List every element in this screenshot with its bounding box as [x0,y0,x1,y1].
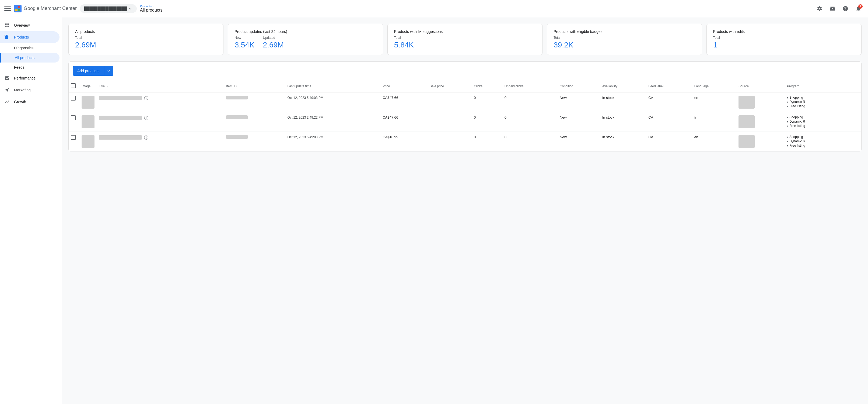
program-item[interactable]: ▾Free listing [787,104,859,108]
program-item[interactable]: ▾Free listing [787,144,859,147]
row-unpaid-clicks-cell: 0 [502,132,558,151]
sidebar-label-feeds: Feeds [14,65,25,69]
header-feed-label: Feed label [646,80,692,92]
grid-icon [4,23,10,28]
notification-badge: 4 [858,4,863,9]
breadcrumb-current: All products [140,8,163,13]
row-availability-cell: In stock [600,92,646,112]
info-icon[interactable]: ⓘ [144,96,148,101]
stat-value-edits: 1 [713,41,855,49]
sidebar-item-products[interactable]: Products [0,31,60,43]
row-feed-label-cell: CA [646,112,692,132]
main-content: All products Total 2.69M Product updates… [62,17,868,404]
row-language-cell: en [692,92,736,112]
chevron-icon: ▾ [787,144,788,147]
item-id-placeholder [226,135,248,139]
program-item[interactable]: ▾Shopping [787,115,859,119]
stat-card-edits: Products with edits Total 1 [707,24,862,55]
program-item[interactable]: ▾Dynamic R [787,100,859,104]
sidebar-item-performance[interactable]: Performance [0,72,60,84]
row-title-cell: ⓘ [97,112,224,132]
product-image [82,96,94,109]
growth-icon [4,99,10,105]
product-source-image [739,115,755,128]
breadcrumb-parent[interactable]: Products [140,5,152,8]
sort-icon: ↑ [107,85,108,88]
sidebar-subitem-feeds[interactable]: Feeds [0,62,60,72]
sidebar-label-growth: Growth [14,100,26,104]
header-last-update: Last update time [285,80,381,92]
sidebar-item-marketing[interactable]: Marketing [0,84,60,96]
program-item[interactable]: ▾Shopping [787,135,859,139]
row-checkbox[interactable] [71,96,76,100]
row-clicks-cell: 0 [472,112,502,132]
info-icon[interactable]: ⓘ [144,115,148,121]
sidebar-label-marketing: Marketing [14,88,30,92]
product-image [82,135,94,148]
sidebar-subitem-diagnostics[interactable]: Diagnostics [0,43,60,53]
chevron-icon: ▾ [787,105,788,108]
notifications-icon[interactable]: 4 [853,3,864,14]
stat-label-fix: Total [394,36,536,39]
header-availability: Availability [600,80,646,92]
settings-icon[interactable] [814,3,825,14]
info-icon[interactable]: ⓘ [144,135,148,141]
topbar: Google Merchant Center ████████████████ … [0,0,868,17]
header-condition: Condition [558,80,600,92]
row-sale-price-cell [428,92,472,112]
row-checkbox[interactable] [71,115,76,120]
row-language-cell: fr [692,112,736,132]
page-layout: Overview Products Diagnostics All produc… [0,17,868,404]
row-condition-cell: New [558,112,600,132]
program-item[interactable]: ▾Shopping [787,96,859,99]
stat-title-updates: Product updates (last 24 hours) [235,29,376,34]
product-availability: In stock [602,135,614,139]
stat-value-fix: 5.84K [394,41,536,49]
row-checkbox-cell [69,132,80,151]
row-image-cell [80,112,97,132]
sidebar-subitem-all-products[interactable]: All products [0,53,60,62]
stat-updated: Updated 2.69M [263,36,284,49]
row-date-cell: Oct 12, 2023 2:49:22 PM [285,112,381,132]
product-date: Oct 12, 2023 5:49:03 PM [287,135,323,139]
store-selector[interactable]: ████████████████ [80,4,137,13]
menu-icon[interactable] [4,5,11,12]
header-title[interactable]: Title ↑ [97,80,224,92]
program-item[interactable]: ▾Dynamic R [787,120,859,123]
product-title-placeholder [99,96,142,100]
program-item[interactable]: ▾Dynamic R [787,139,859,143]
sidebar-item-overview[interactable]: Overview [0,20,60,31]
add-products-button[interactable]: Add products [73,66,113,76]
row-checkbox[interactable] [71,135,76,140]
table-header-row: Image Title ↑ Item ID Last update time P… [69,80,861,92]
select-all-checkbox[interactable] [71,83,76,88]
product-unpaid-clicks: 0 [504,135,506,139]
stat-title-all: All products [75,29,217,34]
chevron-icon: ▾ [787,124,788,127]
program-label: Shopping [789,96,803,99]
help-icon[interactable] [840,3,851,14]
row-item-id-cell [224,112,285,132]
sidebar-item-growth[interactable]: Growth [0,96,60,108]
stat-value-updated: 2.69M [263,41,284,49]
product-condition: New [560,135,567,139]
add-products-caret[interactable] [104,66,113,76]
row-item-id-cell [224,132,285,151]
product-unpaid-clicks: 0 [504,115,506,119]
header-checkbox[interactable] [69,80,80,92]
row-price-cell: CA$47.66 [380,112,428,132]
svg-rect-1 [18,6,20,8]
row-feed-label-cell: CA [646,132,692,151]
program-label: Shopping [789,115,803,119]
add-products-label: Add products [73,66,104,76]
row-availability-cell: In stock [600,112,646,132]
row-program-cell: ▾Shopping▾Dynamic R▾Free listing [785,112,861,132]
mail-icon[interactable] [827,3,838,14]
program-label: Dynamic R [789,100,805,104]
stat-title-badges: Products with eligible badges [554,29,695,34]
program-item[interactable]: ▾Free listing [787,124,859,128]
header-program: Program [785,80,861,92]
row-unpaid-clicks-cell: 0 [502,92,558,112]
stat-card-updates: Product updates (last 24 hours) New 3.54… [228,24,383,55]
sidebar-label-performance: Performance [14,76,35,80]
